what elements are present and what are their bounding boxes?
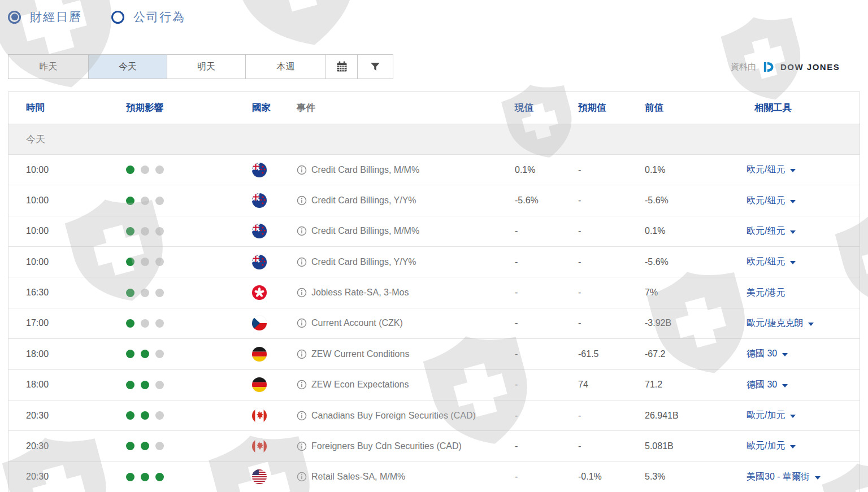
forecast-value: 74 — [570, 380, 637, 390]
related-instrument-link[interactable]: 美元/港元 — [747, 287, 785, 299]
event-row: 17:00 Current Account (CZK) - - -3.92B 歐… — [8, 308, 860, 339]
economic-calendar-page: 財經日曆 公司行為 昨天 今天 明天 本週 — [0, 0, 868, 492]
related-instrument-link[interactable]: 欧元/纽元 — [747, 195, 785, 207]
impact-indicator — [122, 319, 251, 328]
hong-kong-flag-icon — [252, 285, 267, 300]
tab-tomorrow[interactable]: 明天 — [167, 54, 246, 79]
impact-dot — [141, 227, 149, 236]
info-icon[interactable] — [297, 318, 307, 328]
info-icon[interactable] — [297, 472, 307, 482]
impact-dot — [155, 227, 164, 236]
previous-value: 7% — [637, 288, 739, 298]
actual-value: 0.1% — [507, 165, 570, 175]
event-time: 10:00 — [8, 257, 122, 267]
related-instrument-link[interactable]: 欧元/纽元 — [747, 225, 785, 237]
group-row-today: 今天 — [8, 124, 860, 155]
tab-yesterday[interactable]: 昨天 — [8, 54, 89, 79]
table-header: 時間 預期影響 國家 事件 現值 預期值 前值 相關工具 — [8, 92, 860, 124]
impact-dot — [141, 381, 149, 389]
event-time: 20:30 — [8, 441, 122, 451]
radio-corporate-actions-label: 公司行為 — [133, 9, 185, 25]
impact-dot — [141, 473, 149, 481]
related-instrument-link[interactable]: 歐元/加元 — [747, 440, 785, 452]
previous-value: 71.2 — [637, 380, 739, 390]
event-row: 10:00 Credit Card Billings, M/M% 0.1% - … — [8, 155, 860, 185]
impact-dot — [155, 381, 164, 389]
info-icon[interactable] — [297, 380, 307, 390]
forecast-value: -0.1% — [570, 472, 637, 482]
info-icon[interactable] — [297, 165, 307, 175]
impact-dot — [141, 319, 149, 328]
caret-down-icon[interactable] — [782, 384, 788, 387]
tab-this-week[interactable]: 本週 — [245, 54, 326, 79]
forecast-value: - — [570, 318, 637, 328]
event-row: 10:00 Credit Card Billings, Y/Y% -5.6% -… — [8, 185, 860, 216]
data-source: 資料由 DOW JONES — [731, 59, 840, 75]
tab-today[interactable]: 今天 — [88, 54, 167, 79]
event-row: 20:30 Canadians Buy Foreign Securities (… — [8, 400, 860, 431]
related-instrument-link[interactable]: 欧元/纽元 — [747, 164, 785, 176]
impact-dot — [155, 411, 164, 420]
calendar-picker-button[interactable] — [326, 54, 358, 79]
caret-down-icon[interactable] — [790, 169, 796, 172]
caret-down-icon[interactable] — [790, 200, 796, 203]
impact-indicator — [122, 289, 251, 297]
col-header-actual: 現值 — [507, 102, 570, 114]
forecast-value: -61.5 — [570, 349, 637, 359]
related-instrument-link[interactable]: 欧元/纽元 — [747, 256, 785, 268]
info-icon[interactable] — [297, 288, 307, 298]
filter-icon — [369, 60, 381, 73]
new-zealand-flag-icon — [252, 224, 267, 238]
related-instrument-link[interactable]: 德國 30 — [747, 348, 777, 360]
impact-dot — [126, 319, 134, 328]
event-time: 18:00 — [8, 380, 122, 390]
caret-down-icon[interactable] — [808, 323, 814, 326]
caret-down-icon[interactable] — [790, 261, 796, 264]
caret-down-icon[interactable] — [790, 415, 796, 418]
caret-down-icon[interactable] — [782, 353, 788, 356]
actual-value: - — [507, 380, 570, 390]
related-instrument-link[interactable]: 歐元/捷克克朗 — [747, 317, 803, 329]
impact-dot — [155, 319, 164, 328]
col-header-country: 國家 — [251, 102, 292, 114]
actual-value: - — [507, 288, 570, 298]
caret-down-icon[interactable] — [815, 476, 821, 480]
forecast-value: - — [570, 226, 637, 236]
actual-value: - — [507, 257, 570, 267]
related-instrument-link[interactable]: 美國30 - 華爾街 — [747, 471, 810, 483]
new-zealand-flag-icon — [252, 255, 267, 269]
radio-financial-calendar[interactable]: 財經日曆 — [8, 9, 82, 25]
calendar-icon — [335, 60, 349, 73]
previous-value: -5.6% — [637, 195, 739, 206]
impact-dot — [155, 442, 164, 450]
info-icon[interactable] — [297, 349, 307, 359]
impact-dot — [126, 227, 134, 236]
impact-indicator — [122, 227, 251, 236]
impact-dot — [126, 473, 134, 481]
actual-value: - — [507, 472, 570, 482]
view-toggle: 財經日曆 公司行為 — [8, 9, 185, 25]
caret-down-icon[interactable] — [790, 445, 796, 449]
impact-indicator — [122, 258, 251, 266]
impact-dot — [141, 258, 149, 266]
related-instrument-link[interactable]: 歐元/加元 — [747, 410, 785, 421]
info-icon[interactable] — [297, 411, 307, 421]
info-icon[interactable] — [297, 441, 307, 451]
germany-flag-icon — [252, 377, 267, 392]
related-instrument-link[interactable]: 德國 30 — [747, 379, 777, 391]
impact-dot — [155, 289, 164, 297]
new-zealand-flag-icon — [252, 193, 267, 208]
col-header-previous: 前值 — [637, 102, 739, 114]
info-icon[interactable] — [297, 226, 307, 236]
col-header-forecast: 預期值 — [570, 102, 637, 114]
impact-indicator — [122, 473, 251, 481]
info-icon[interactable] — [297, 195, 307, 206]
col-header-time: 時間 — [8, 102, 122, 114]
filter-button[interactable] — [357, 54, 393, 79]
info-icon[interactable] — [297, 257, 307, 267]
forecast-value: - — [570, 195, 637, 206]
radio-corporate-actions[interactable]: 公司行為 — [111, 9, 185, 25]
impact-indicator — [122, 197, 251, 205]
previous-value: 26.941B — [637, 411, 739, 421]
caret-down-icon[interactable] — [790, 230, 796, 234]
